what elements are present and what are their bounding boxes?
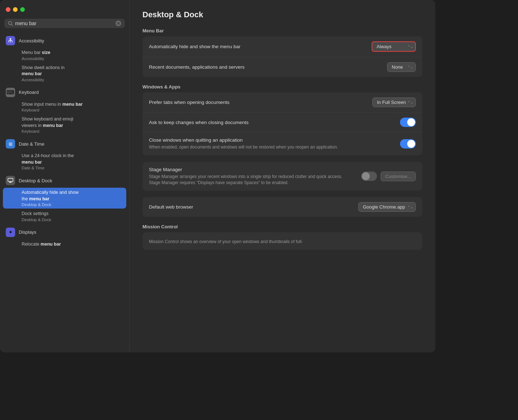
sidebar-section-accessibility: Accessibility Menu bar size Accessibilit… [0, 33, 129, 85]
sidebar-subitem-emoji-viewer[interactable]: Show keyboard and emojiviewers in menu b… [3, 114, 126, 135]
sidebar-subitem-dwell-actions[interactable]: Show dwell actions inmenu bar Accessibil… [3, 63, 126, 84]
subitem-category-accessibility-2: Accessibility [22, 78, 121, 82]
subitem-text-menubar-size: Menu bar size [22, 50, 121, 56]
stage-manager-sublabel: Stage Manager arranges your recent windo… [149, 174, 350, 186]
sidebar: menu bar ✕ Accessibility Menu bar size [0, 0, 130, 352]
titlebar [0, 0, 129, 19]
sidebar-item-keyboard[interactable]: ⌨ Keyboard [0, 86, 129, 99]
stage-manager-controls[interactable]: Customise... [361, 172, 416, 181]
page-title: Desktop & Dock [142, 10, 422, 19]
sidebar-item-desktop[interactable]: Desktop & Dock [0, 174, 129, 187]
accessibility-category-label: Accessibility [19, 38, 44, 44]
sidebar-subitem-24hour[interactable]: Use a 24-hour clock in themenu bar Date … [3, 151, 126, 172]
svg-rect-3 [8, 178, 13, 182]
sidebar-subitem-dock-settings[interactable]: Dock settings Desktop & Dock [3, 209, 126, 224]
maximize-button[interactable] [20, 7, 25, 12]
sidebar-subitem-relocate-menubar[interactable]: Relocate menu bar [3, 239, 126, 250]
recent-docs-label: Recent documents, applications and serve… [149, 64, 381, 70]
recent-docs-dropdown[interactable]: None 5 10 15 20 [387, 62, 416, 72]
desktop-category-label: Desktop & Dock [19, 178, 52, 183]
subitem-category-desktop-2: Desktop & Dock [22, 218, 121, 222]
browser-dropdown[interactable]: Google Chrome.app Safari Firefox.app [358, 202, 416, 212]
setting-row-prefer-tabs: Prefer tabs when opening documents In Fu… [142, 92, 422, 113]
mission-control-card: Mission Control shows an overview of you… [142, 232, 422, 250]
menubar-card: Automatically hide and show the menu bar… [142, 36, 422, 77]
desktop-icon [6, 176, 15, 185]
windows-apps-card: Prefer tabs when opening documents In Fu… [142, 92, 422, 155]
sidebar-section-keyboard: ⌨ Keyboard Show input menu in menu bar K… [0, 85, 129, 137]
sidebar-item-displays[interactable]: ✦ Displays [0, 225, 129, 239]
close-windows-control[interactable] [400, 139, 416, 149]
sidebar-subitem-menubar-size[interactable]: Menu bar size Accessibility [3, 48, 126, 63]
browser-control[interactable]: Google Chrome.app Safari Firefox.app [358, 202, 416, 212]
setting-row-stage-manager: Stage Manager Stage Manager arranges you… [142, 162, 422, 191]
recent-docs-control[interactable]: None 5 10 15 20 [387, 62, 416, 72]
subitem-text-dwell: Show dwell actions inmenu bar [22, 65, 121, 77]
subitem-category-desktop-1: Desktop & Dock [22, 202, 121, 207]
main-content: Desktop & Dock Menu Bar Automatically hi… [130, 0, 435, 352]
svg-point-2 [10, 38, 11, 40]
search-bar[interactable]: menu bar ✕ [4, 19, 125, 28]
main-window: menu bar ✕ Accessibility Menu bar size [0, 0, 435, 352]
subitem-category-accessibility-1: Accessibility [22, 56, 121, 61]
datetime-icon: ⊞ [6, 139, 15, 149]
subitem-text-dock-settings: Dock settings [22, 211, 121, 217]
ask-keep-label: Ask to keep changes when closing documen… [149, 120, 394, 125]
displays-category-label: Displays [19, 229, 36, 235]
subitem-category-keyboard-1: Keyboard [22, 108, 121, 112]
sidebar-section-displays: ✦ Displays Relocate menu bar [0, 225, 129, 251]
close-button[interactable] [6, 7, 10, 12]
close-windows-sublabel: When enabled, open documents and windows… [149, 144, 350, 150]
browser-card: Default web browser Google Chrome.app Sa… [142, 197, 422, 217]
keyboard-category-label: Keyboard [19, 90, 39, 95]
setting-row-autohide: Automatically hide and show the menu bar… [142, 36, 422, 57]
ask-keep-control[interactable] [400, 118, 416, 127]
section-label-mission-control: Mission Control [142, 224, 422, 229]
mission-control-sublabel: Mission Control shows an overview of you… [149, 239, 350, 245]
stage-manager-label: Stage Manager [149, 167, 355, 172]
close-windows-text-block: Close windows when quitting an applicati… [149, 137, 394, 150]
sidebar-item-datetime[interactable]: ⊞ Date & Time [0, 137, 129, 151]
mission-control-text-block: Mission Control shows an overview of you… [149, 237, 416, 245]
subitem-text-24hour: Use a 24-hour clock in themenu bar [22, 153, 121, 165]
autohide-control[interactable]: Always In Full Screen Never [372, 41, 416, 52]
prefer-tabs-label: Prefer tabs when opening documents [149, 100, 367, 105]
sidebar-subitem-autohide[interactable]: Automatically hide and showthe menu bar … [3, 188, 126, 209]
setting-row-ask-keep: Ask to keep changes when closing documen… [142, 113, 422, 132]
search-input[interactable]: menu bar [15, 20, 113, 26]
sidebar-subitem-input-menu[interactable]: Show input menu in menu bar Keyboard [3, 100, 126, 114]
stage-manager-toggle[interactable] [361, 172, 377, 181]
sidebar-section-datetime: ⊞ Date & Time Use a 24-hour clock in the… [0, 136, 129, 173]
search-clear-button[interactable]: ✕ [115, 20, 121, 26]
setting-row-close-windows: Close windows when quitting an applicati… [142, 132, 422, 155]
subitem-category-datetime-1: Date & Time [22, 166, 121, 170]
prefer-tabs-dropdown[interactable]: In Full Screen Always Manually [372, 97, 416, 107]
subitem-text-autohide: Automatically hide and showthe menu bar [22, 190, 121, 202]
autohide-dropdown[interactable]: Always In Full Screen Never [372, 41, 416, 52]
svg-rect-4 [9, 182, 12, 183]
setting-row-recent-docs: Recent documents, applications and serve… [142, 57, 422, 77]
setting-row-mission-control: Mission Control shows an overview of you… [142, 232, 422, 250]
ask-keep-toggle[interactable] [400, 118, 416, 127]
svg-line-1 [12, 24, 13, 26]
traffic-lights [6, 7, 25, 12]
subitem-category-keyboard-2: Keyboard [22, 129, 121, 133]
stage-manager-card: Stage Manager Stage Manager arranges you… [142, 162, 422, 191]
sidebar-section-desktop: Desktop & Dock Automatically hide and sh… [0, 173, 129, 225]
sidebar-list: Accessibility Menu bar size Accessibilit… [0, 32, 129, 352]
sidebar-item-accessibility[interactable]: Accessibility [0, 34, 129, 47]
stage-manager-text-block: Stage Manager Stage Manager arranges you… [149, 167, 355, 186]
keyboard-icon: ⌨ [6, 88, 15, 97]
subitem-text-input-menu: Show input menu in menu bar [22, 101, 121, 108]
minimize-button[interactable] [13, 7, 18, 12]
datetime-category-label: Date & Time [19, 141, 45, 147]
section-label-menubar: Menu Bar [142, 28, 422, 33]
browser-label: Default web browser [149, 204, 353, 210]
prefer-tabs-control[interactable]: In Full Screen Always Manually [372, 97, 416, 107]
autohide-label: Automatically hide and show the menu bar [149, 44, 366, 49]
subitem-text-relocate: Relocate menu bar [22, 241, 121, 248]
close-windows-toggle[interactable] [400, 139, 416, 149]
accessibility-icon [6, 36, 15, 45]
customise-button[interactable]: Customise... [381, 172, 416, 181]
displays-icon: ✦ [6, 228, 15, 237]
